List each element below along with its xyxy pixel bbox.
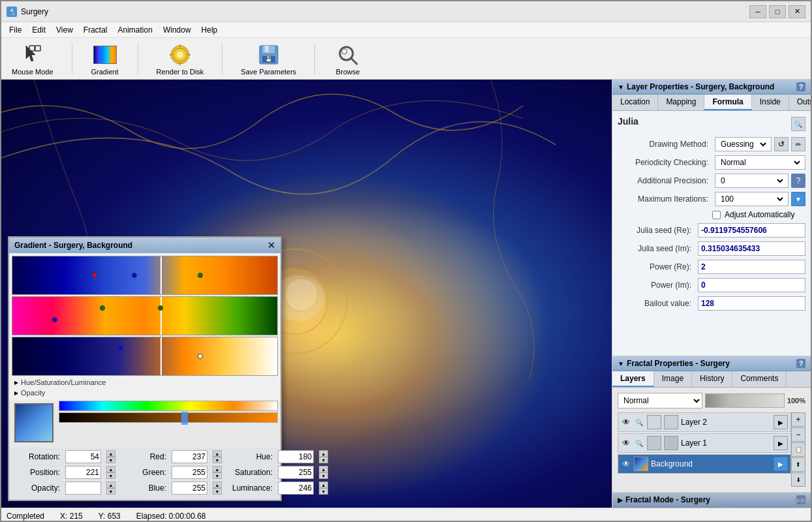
tab-layers[interactable]: Layers [612, 371, 654, 387]
max-iterations-dropdown[interactable]: ▼ [791, 192, 805, 206]
gradient-dot-green[interactable] [198, 273, 203, 278]
drawing-method-input[interactable]: Guessing [715, 137, 772, 151]
drawing-method-refresh[interactable]: ↺ [774, 137, 789, 151]
power-re-input[interactable] [698, 260, 805, 274]
precision-select[interactable]: 0 [718, 176, 785, 186]
julia-re-input[interactable] [698, 223, 805, 238]
canvas-area[interactable]: Gradient - Surgery, Background ✕ [1, 80, 612, 508]
periodicity-select[interactable]: Normal [718, 157, 802, 168]
minimize-button[interactable]: ─ [749, 5, 766, 18]
gradient-dialog-header[interactable]: Gradient - Surgery, Background ✕ [9, 238, 280, 253]
toolbar-mouse-mode[interactable]: Mouse Mode [7, 40, 59, 77]
red-spinner[interactable]: ▲ ▼ [213, 450, 222, 463]
luminance-input[interactable] [278, 482, 314, 495]
layer-move-btn[interactable]: ⬆ [791, 457, 805, 472]
menu-view[interactable]: View [51, 24, 78, 36]
rotation-input[interactable] [65, 450, 101, 463]
precision-help[interactable]: ? [791, 174, 805, 188]
saturation-down[interactable]: ▼ [319, 472, 328, 479]
position-up[interactable]: ▲ [106, 466, 115, 472]
opacity-up[interactable]: ▲ [106, 482, 115, 488]
tab-mapping[interactable]: Mapping [658, 95, 704, 110]
green-up[interactable]: ▲ [213, 466, 222, 472]
layer1-action[interactable]: ▶ [774, 436, 788, 450]
menu-help[interactable]: Help [196, 24, 223, 36]
formula-search-btn[interactable]: 🔍 [791, 117, 805, 131]
opacity-down[interactable]: ▼ [106, 488, 115, 495]
background-action[interactable]: ▶ [774, 457, 788, 471]
tab-image[interactable]: Image [654, 371, 692, 387]
saturation-up[interactable]: ▲ [319, 466, 328, 472]
green-down[interactable]: ▼ [213, 472, 222, 479]
layer-add-btn[interactable]: + [791, 412, 805, 427]
position-spinner[interactable]: ▲ ▼ [106, 466, 115, 479]
layer-properties-collapse[interactable]: ▼ [618, 84, 624, 91]
position-input[interactable] [65, 466, 101, 479]
maximize-button[interactable]: □ [769, 5, 786, 18]
max-iterations-input[interactable]: 100 [715, 192, 789, 206]
layer-item-layer2[interactable]: 👁 🔍 Layer 2 ▶ [618, 412, 791, 432]
green-spinner[interactable]: ▲ ▼ [213, 466, 222, 479]
hsl-expand-arrow-2[interactable]: ▶ [14, 390, 18, 396]
tab-formula[interactable]: Formula [704, 95, 751, 110]
toolbar-gradient[interactable]: Gradient [85, 40, 125, 77]
layer1-zoom[interactable]: 🔍 [634, 438, 644, 448]
layer-properties-help[interactable]: ? [796, 82, 805, 91]
tab-history[interactable]: History [692, 371, 732, 387]
luminance-down[interactable]: ▼ [319, 488, 328, 495]
layer2-zoom[interactable]: 🔍 [634, 417, 644, 427]
saturation-input[interactable] [278, 466, 314, 479]
toolbar-save[interactable]: 💾 Save Parameters [235, 40, 301, 77]
gradient-dialog-close[interactable]: ✕ [267, 240, 275, 251]
gradient-dot-green-2[interactable] [100, 305, 105, 311]
blue-spinner[interactable]: ▲ ▼ [213, 482, 222, 495]
hue-down[interactable]: ▼ [319, 457, 328, 463]
gradient-track-luminance[interactable] [12, 337, 278, 376]
gradient-dot-white[interactable] [198, 354, 203, 359]
layer-item-background[interactable]: 👁 Background ▶ [618, 454, 791, 474]
hue-spinner[interactable]: ▲ ▼ [319, 450, 328, 463]
close-button[interactable]: ✕ [789, 5, 805, 18]
layer-remove-btn[interactable]: − [791, 427, 805, 442]
luminance-spinner[interactable]: ▲ ▼ [319, 482, 328, 495]
drawing-method-select[interactable]: Guessing [718, 139, 768, 149]
gradient-track-saturation[interactable] [12, 296, 278, 335]
toolbar-browse[interactable]: Browse [328, 40, 367, 77]
periodicity-input[interactable]: Normal [715, 155, 805, 170]
hue-up[interactable]: ▲ [319, 450, 328, 457]
menu-window[interactable]: Window [158, 24, 196, 36]
red-up[interactable]: ▲ [213, 450, 222, 457]
color-spectrum-bar[interactable] [59, 401, 278, 411]
opacity-slider[interactable] [705, 393, 785, 408]
layer1-eye[interactable]: 👁 [621, 438, 631, 448]
opacity-input[interactable] [65, 482, 101, 495]
tab-comments[interactable]: Comments [732, 371, 787, 387]
fractal-properties-collapse[interactable]: ▼ [618, 360, 624, 367]
layer-item-layer1[interactable]: 👁 🔍 Layer 1 ▶ [618, 433, 791, 453]
blue-down[interactable]: ▼ [213, 488, 222, 495]
adjust-auto-checkbox[interactable] [712, 211, 721, 219]
gradient-dot-blue-2[interactable] [52, 317, 57, 322]
color-selector-swatch[interactable] [14, 403, 53, 442]
drawing-method-edit[interactable]: ✏ [791, 137, 805, 151]
opacity-spinner[interactable]: ▲ ▼ [106, 482, 115, 495]
background-eye[interactable]: 👁 [621, 459, 631, 469]
bailout-input[interactable] [698, 296, 805, 311]
fractal-properties-help[interactable]: ? [796, 359, 805, 368]
rotation-down[interactable]: ▼ [106, 457, 115, 463]
rotation-up[interactable]: ▲ [106, 450, 115, 457]
blend-mode-select[interactable]: Normal [618, 393, 702, 408]
gradient-dot-blue[interactable] [132, 273, 137, 278]
fractal-mode-expand[interactable]: ▶ [618, 497, 623, 504]
saturation-spinner[interactable]: ▲ ▼ [319, 466, 328, 479]
tab-inside[interactable]: Inside [752, 95, 789, 110]
julia-im-input[interactable] [698, 241, 805, 256]
hsl-label-2[interactable]: Opacity [21, 389, 45, 397]
max-iterations-select[interactable]: 100 [718, 194, 785, 204]
red-input[interactable] [172, 450, 207, 463]
menu-file[interactable]: File [4, 24, 27, 36]
menu-animation[interactable]: Animation [113, 24, 158, 36]
layer2-action[interactable]: ▶ [774, 415, 788, 429]
blue-up[interactable]: ▲ [213, 482, 222, 488]
tab-outside[interactable]: Outside [789, 95, 812, 110]
